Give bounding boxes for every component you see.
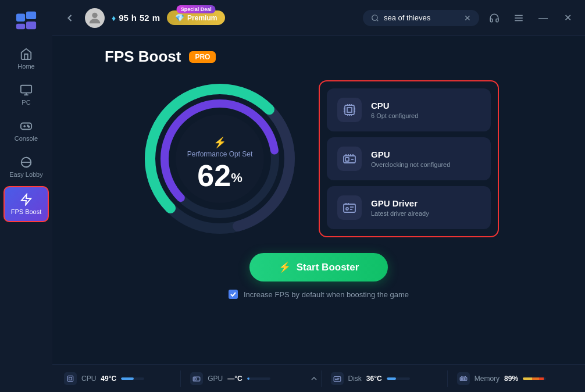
title-row: FPS Boost PRO [105,48,216,66]
sidebar-item-fps-boost-label: FPS Boost [11,208,42,215]
gauge-lightning-icon: ⚡ [187,136,253,149]
gpu-temp-bar [247,377,270,380]
cards-panel: CPU 6 Opt configured GPU Overclocking no… [319,80,499,237]
svg-rect-3 [26,22,36,29]
search-input[interactable] [384,13,459,22]
avatar[interactable] [85,8,105,28]
gpu-card-text: GPU Overclocking not configured [371,149,480,168]
checkmark-icon [230,291,237,298]
gpu-card-title: GPU [371,149,480,159]
status-gpu-icon [190,372,203,385]
search-clear-button[interactable]: ✕ [464,13,471,23]
svg-rect-0 [16,14,25,22]
gpu-driver-icon [343,201,356,215]
gpu-driver-card-icon [337,195,362,220]
status-cpu-icon [64,372,77,385]
status-memory-value: 89% [504,375,518,383]
svg-rect-54 [67,376,73,381]
cpu-card-text: CPU 6 Opt configured [371,101,480,119]
status-cpu-label: CPU [81,375,96,383]
gpu-icon [343,152,356,166]
sidebar-item-home[interactable]: Home [3,42,49,76]
memory-bar [523,377,546,380]
fps-checkbox[interactable] [229,290,238,299]
gpu-driver-card[interactable]: GPU Driver Latest driver already [327,186,491,229]
time-minutes: 52 [140,13,149,23]
sidebar-item-fps-boost[interactable]: FPS Boost [3,186,49,222]
status-disk-icon [331,372,344,385]
gpu-driver-card-subtitle: Latest driver already [371,210,480,217]
svg-point-51 [346,208,348,210]
time-display: ♦ 95 h 52 m [112,13,160,23]
special-deal-badge: Special Deal [177,5,216,13]
page-title: FPS Boost [105,48,181,66]
gpu-card[interactable]: GPU Overclocking not configured [327,137,491,180]
svg-rect-55 [69,377,72,380]
close-button[interactable]: ✕ [559,10,576,26]
gpu-driver-card-title: GPU Driver [371,198,480,208]
menu-icon[interactable] [511,10,527,26]
gauge-value: 62 [197,159,231,193]
status-memory: Memory 89% [448,372,573,385]
expand-button[interactable] [307,372,321,386]
svg-marker-14 [22,194,31,205]
status-disk: Disk 36°C [322,372,447,385]
status-memory-icon [457,372,470,385]
minimize-button[interactable]: — [535,10,551,26]
topbar: ♦ 95 h 52 m Special Deal 💎 Premium ✕ [52,0,585,36]
status-gpu-value: —°C [227,375,242,383]
topbar-icons: — ✕ [486,10,576,26]
sidebar-item-easy-lobby-label: Easy Lobby [9,171,42,178]
gauge-value-row: 62% [187,161,253,191]
sidebar-item-console[interactable]: Console [3,114,49,148]
gauge-container: ⚡ Performance Opt Set 62% [138,77,301,240]
svg-rect-7 [21,123,31,130]
search-icon [371,14,379,22]
svg-point-59 [335,379,336,380]
svg-line-17 [377,19,379,21]
start-booster-button[interactable]: ⚡ Start Booster [249,253,388,281]
search-bar: ✕ [363,10,479,26]
svg-point-16 [372,15,377,20]
status-gpu: GPU —°C [181,372,306,385]
booster-lightning-icon: ⚡ [279,261,291,273]
svg-rect-58 [334,376,341,381]
svg-point-11 [28,126,30,127]
svg-rect-4 [21,85,31,93]
pro-badge: PRO [189,51,216,63]
sidebar-item-pc[interactable]: PC [3,78,49,112]
svg-rect-27 [345,105,354,115]
time-h-unit: h [131,13,137,23]
cpu-card-title: CPU [371,101,480,111]
status-bar: CPU 49°C GPU —°C [52,364,585,392]
premium-label: Premium [187,14,217,22]
gpu-card-icon [337,147,362,171]
svg-rect-70 [463,378,465,379]
gauge-center: ⚡ Performance Opt Set 62% [187,136,253,191]
headset-icon[interactable] [486,10,502,26]
sidebar: Home PC Console Easy Lobby FPS B [0,0,52,392]
gpu-card-subtitle: Overclocking not configured [371,161,480,168]
status-cpu: CPU 49°C [64,372,180,385]
status-cpu-value: 49°C [101,375,116,383]
start-booster-label: Start Booster [297,262,359,273]
cpu-temp-bar [121,377,144,380]
status-disk-value: 36°C [366,375,382,383]
gauge-percent: % [231,170,242,185]
time-m-unit: m [152,13,160,23]
cpu-card-subtitle: 6 Opt configured [371,112,480,119]
back-button[interactable] [62,10,78,26]
app-logo[interactable] [12,6,41,35]
checkbox-label: Increase FPS by default when boosting th… [244,290,409,299]
status-disk-label: Disk [348,375,362,383]
gpu-driver-card-text: GPU Driver Latest driver already [371,198,480,217]
cpu-icon [343,103,356,117]
main-content: FPS Boost PRO ⚡ Performance Opt [52,36,585,364]
sidebar-item-easy-lobby[interactable]: Easy Lobby [3,150,49,184]
svg-point-15 [92,12,97,17]
cpu-card[interactable]: CPU 6 Opt configured [327,88,491,131]
svg-rect-48 [344,204,355,212]
premium-button[interactable]: Special Deal 💎 Premium [167,10,225,25]
sidebar-item-home-label: Home [17,63,34,70]
svg-rect-69 [461,378,462,379]
